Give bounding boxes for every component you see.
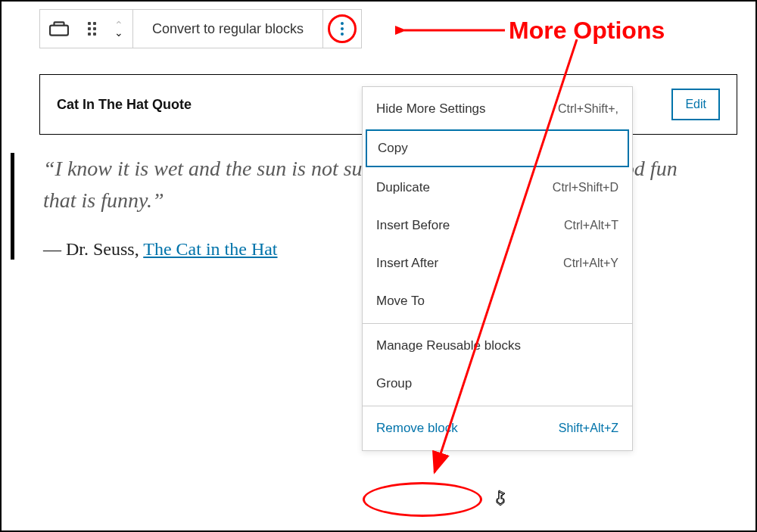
menu-item-shortcut: Ctrl+Alt+Y [563, 257, 618, 270]
move-up-down-control[interactable]: ⌃ ⌄ [105, 10, 132, 48]
annotation-ellipse-remove [363, 482, 482, 517]
menu-section-3: Remove block Shift+Alt+Z [363, 406, 632, 450]
menu-item-copy[interactable]: Copy [366, 129, 629, 167]
toolbar-group-convert: Convert to regular blocks [133, 10, 323, 48]
menu-item-insert-before[interactable]: Insert Before Ctrl+Alt+T [363, 207, 632, 244]
edit-button[interactable]: Edit [671, 89, 720, 120]
chevron-down-icon[interactable]: ⌄ [114, 29, 123, 36]
menu-item-hide-more-settings[interactable]: Hide More Settings Ctrl+Shift+, [363, 90, 632, 128]
menu-item-label: Group [376, 376, 412, 391]
menu-item-label: Insert After [376, 256, 438, 271]
drag-handle-icon[interactable] [78, 10, 105, 48]
menu-item-label: Duplicate [376, 180, 430, 195]
menu-item-move-to[interactable]: Move To [363, 282, 632, 320]
menu-item-shortcut: Ctrl+Shift+, [558, 102, 618, 116]
menu-item-label: Hide More Settings [376, 101, 486, 117]
menu-item-label: Remove block [376, 421, 458, 436]
menu-item-duplicate[interactable]: Duplicate Ctrl+Shift+D [363, 169, 632, 207]
block-toolbar: ⌃ ⌄ Convert to regular blocks [39, 9, 362, 48]
menu-item-label: Insert Before [376, 218, 450, 233]
menu-item-insert-after[interactable]: Insert After Ctrl+Alt+Y [363, 244, 632, 282]
pointer-cursor-icon [494, 489, 509, 511]
menu-section-1: Hide More Settings Ctrl+Shift+, Copy Dup… [363, 87, 632, 324]
menu-item-shortcut: Shift+Alt+Z [559, 422, 618, 435]
menu-item-label: Move To [376, 294, 425, 309]
convert-to-regular-button[interactable]: Convert to regular blocks [133, 10, 322, 48]
menu-item-shortcut: Ctrl+Shift+D [553, 181, 618, 194]
svg-rect-0 [50, 26, 68, 36]
citation-prefix: — Dr. Seuss, [43, 239, 143, 259]
vertical-dots-icon [341, 22, 344, 36]
menu-item-label: Copy [378, 141, 408, 156]
menu-item-manage-reusable[interactable]: Manage Reusable blocks [363, 327, 632, 365]
block-type-icon[interactable] [40, 10, 78, 48]
annotation-arrow-to-more [395, 23, 509, 38]
toolbar-group-more [323, 10, 361, 48]
menu-item-shortcut: Ctrl+Alt+T [564, 219, 618, 232]
menu-item-label: Manage Reusable blocks [376, 338, 521, 353]
toolbar-group-block: ⌃ ⌄ [40, 10, 133, 48]
block-title: Cat In The Hat Quote [57, 97, 192, 113]
citation-link[interactable]: The Cat in the Hat [143, 239, 277, 259]
more-options-menu: Hide More Settings Ctrl+Shift+, Copy Dup… [362, 86, 633, 451]
menu-section-2: Manage Reusable blocks Group [363, 324, 632, 406]
menu-item-group[interactable]: Group [363, 365, 632, 403]
annotation-text: More Options [509, 17, 665, 45]
more-options-button[interactable] [323, 10, 361, 48]
menu-item-remove-block[interactable]: Remove block Shift+Alt+Z [363, 409, 632, 447]
